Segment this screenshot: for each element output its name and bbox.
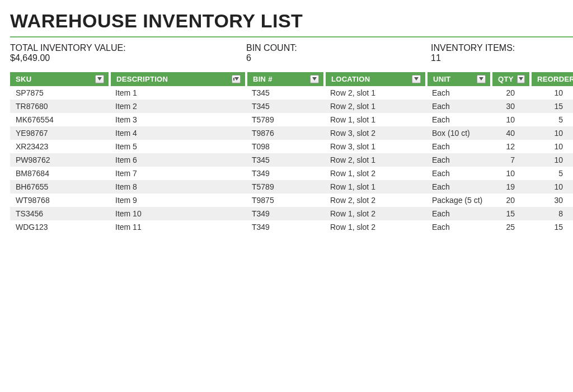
cell-reorder: 15 (530, 100, 573, 113)
cell-qty: 10 (491, 167, 530, 180)
table-row: TR87680Item 2T345Row 2, slot 1Each3015 (10, 100, 573, 113)
cell-unit: Each (426, 207, 491, 220)
table-row: BH67655Item 8T5789Row 1, slot 1Each1910 (10, 180, 573, 193)
cell-description: Item 1 (110, 86, 246, 100)
cell-bin: T5789 (246, 113, 325, 126)
cell-description: Item 11 (110, 220, 246, 234)
table-row: MK676554Item 3T5789Row 1, slot 1Each105 (10, 113, 573, 126)
cell-description: Item 6 (110, 153, 246, 167)
cell-sku: BH67655 (10, 180, 110, 193)
col-header-bin[interactable]: BIN # (246, 72, 325, 86)
col-header-unit[interactable]: UNIT (426, 72, 491, 86)
cell-description: Item 4 (110, 126, 246, 140)
table-row: XR23423Item 5T098Row 3, slot 1Each1210 (10, 140, 573, 153)
cell-sku: SP7875 (10, 86, 110, 100)
cell-qty: 15 (491, 207, 530, 220)
title-rule (10, 36, 573, 37)
filter-dropdown-icon[interactable] (412, 75, 421, 83)
col-header-qty[interactable]: QTY (491, 72, 530, 86)
cell-location: Row 1, slot 2 (325, 167, 426, 180)
cell-location: Row 2, slot 1 (325, 153, 426, 167)
cell-qty: 10 (491, 113, 530, 126)
cell-description: Item 9 (110, 193, 246, 207)
col-header-qty-label: QTY (498, 75, 517, 83)
filter-dropdown-icon[interactable] (477, 75, 486, 83)
cell-location: Row 1, slot 1 (325, 113, 426, 126)
cell-location: Row 2, slot 1 (325, 86, 426, 100)
cell-bin: T345 (246, 153, 325, 167)
filter-dropdown-icon[interactable] (517, 75, 525, 83)
cell-reorder: 30 (530, 193, 573, 207)
cell-location: Row 1, slot 2 (325, 207, 426, 220)
cell-unit: Each (426, 140, 491, 153)
cell-location: Row 1, slot 1 (325, 180, 426, 193)
cell-unit: Box (10 ct) (426, 126, 491, 140)
cell-reorder: 5 (530, 167, 573, 180)
cell-description: Item 5 (110, 140, 246, 153)
table-row: YE98767Item 4T9876Row 3, slot 2Box (10 c… (10, 126, 573, 140)
cell-unit: Each (426, 86, 491, 100)
col-header-sku-label: SKU (16, 75, 31, 83)
cell-description: Item 8 (110, 180, 246, 193)
cell-bin: T9876 (246, 126, 325, 140)
bin-count-value: 6 (246, 53, 431, 63)
cell-sku: TR87680 (10, 100, 110, 113)
cell-unit: Each (426, 100, 491, 113)
cell-qty: 40 (491, 126, 530, 140)
table-row: WT98768Item 9T9875Row 2, slot 2Package (… (10, 193, 573, 207)
filter-dropdown-icon[interactable] (310, 75, 319, 83)
cell-bin: T5789 (246, 180, 325, 193)
inventory-items-value: 11 (431, 53, 515, 63)
cell-unit: Each (426, 167, 491, 180)
cell-reorder: 5 (530, 113, 573, 126)
col-header-unit-label: UNIT (433, 75, 451, 83)
table-row: SP7875Item 1T345Row 2, slot 1Each2010 (10, 86, 573, 100)
total-inventory-value-label: TOTAL INVENTORY VALUE: (10, 43, 246, 53)
cell-location: Row 3, slot 2 (325, 126, 426, 140)
cell-sku: MK676554 (10, 113, 110, 126)
col-header-sku[interactable]: SKU (10, 72, 110, 86)
col-header-reorder[interactable]: REORDER (530, 72, 573, 86)
table-row: PW98762Item 6T345Row 2, slot 1Each710 (10, 153, 573, 167)
cell-qty: 20 (491, 86, 530, 100)
inventory-table: SKU DESCRIPTION (10, 72, 573, 234)
cell-reorder: 10 (530, 126, 573, 140)
cell-reorder: 10 (530, 180, 573, 193)
cell-sku: YE98767 (10, 126, 110, 140)
cell-unit: Each (426, 153, 491, 167)
bin-count-label: BIN COUNT: (246, 43, 431, 53)
cell-location: Row 3, slot 1 (325, 140, 426, 153)
table-row: WDG123Item 11T349Row 1, slot 2Each2515 (10, 220, 573, 234)
cell-qty: 30 (491, 100, 530, 113)
cell-description: Item 3 (110, 113, 246, 126)
cell-bin: T9875 (246, 193, 325, 207)
cell-location: Row 2, slot 1 (325, 100, 426, 113)
filter-dropdown-icon[interactable] (232, 75, 241, 83)
cell-bin: T349 (246, 167, 325, 180)
cell-bin: T098 (246, 140, 325, 153)
table-row: BM87684Item 7T349Row 1, slot 2Each105 (10, 167, 573, 180)
total-inventory-value: $4,649.00 (10, 53, 246, 63)
cell-bin: T345 (246, 100, 325, 113)
cell-sku: BM87684 (10, 167, 110, 180)
cell-unit: Each (426, 180, 491, 193)
cell-unit: Each (426, 220, 491, 234)
cell-sku: XR23423 (10, 140, 110, 153)
cell-description: Item 10 (110, 207, 246, 220)
cell-reorder: 10 (530, 140, 573, 153)
page-title: WAREHOUSE INVENTORY LIST (10, 10, 573, 36)
summary-row: TOTAL INVENTORY VALUE: $4,649.00 BIN COU… (10, 41, 573, 72)
cell-qty: 20 (491, 193, 530, 207)
cell-qty: 19 (491, 180, 530, 193)
svg-rect-0 (233, 78, 234, 81)
cell-reorder: 10 (530, 153, 573, 167)
col-header-bin-label: BIN # (253, 75, 273, 83)
filter-dropdown-icon[interactable] (95, 75, 104, 83)
col-header-location[interactable]: LOCATION (325, 72, 426, 86)
cell-reorder: 15 (530, 220, 573, 234)
col-header-description[interactable]: DESCRIPTION (110, 72, 246, 86)
cell-reorder: 10 (530, 86, 573, 100)
col-header-location-label: LOCATION (331, 75, 370, 83)
cell-sku: WDG123 (10, 220, 110, 234)
cell-location: Row 2, slot 2 (325, 193, 426, 207)
